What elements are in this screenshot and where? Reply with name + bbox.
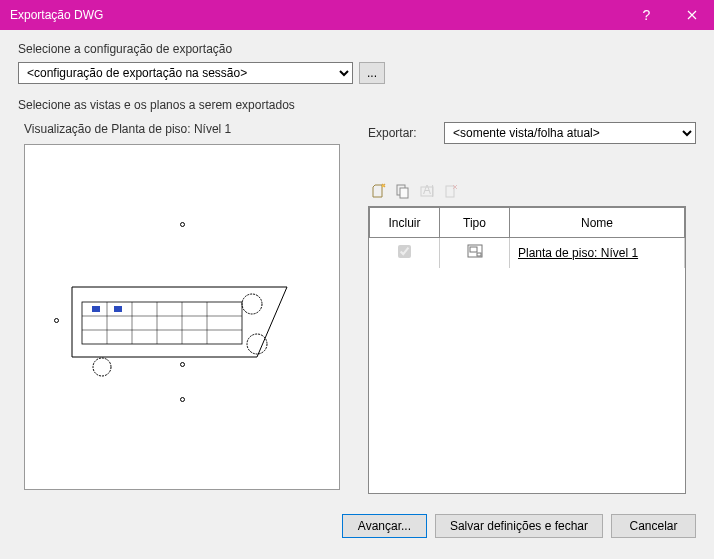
save-close-button[interactable]: Salvar definições e fechar <box>435 514 603 538</box>
include-checkbox[interactable] <box>398 245 411 258</box>
close-icon <box>687 10 697 20</box>
svg-rect-10 <box>114 306 122 312</box>
svg-rect-22 <box>477 253 481 256</box>
floor-plan-thumbnail <box>62 232 302 402</box>
rename-icon[interactable]: A| <box>418 182 436 200</box>
export-scope-select[interactable]: <somente vista/folha atual> <box>444 122 696 144</box>
footer: Avançar... Salvar definições e fechar Ca… <box>0 504 714 538</box>
row-name[interactable]: Planta de piso: Nível 1 <box>510 238 685 268</box>
preview-title: Visualização de Planta de piso: Nível 1 <box>24 122 348 136</box>
window-title: Exportação DWG <box>10 8 624 22</box>
col-name[interactable]: Nome <box>510 208 685 238</box>
next-button[interactable]: Avançar... <box>342 514 427 538</box>
export-config-select[interactable]: <configuração de exportação na sessão> <box>18 62 353 84</box>
cancel-button[interactable]: Cancelar <box>611 514 696 538</box>
svg-point-11 <box>242 294 262 314</box>
config-label: Selecione a configuração de exportação <box>18 42 696 56</box>
svg-rect-1 <box>82 302 242 344</box>
preview-pane <box>24 144 340 490</box>
svg-text:A|: A| <box>423 183 434 197</box>
svg-rect-19 <box>446 186 454 197</box>
ellipsis-icon: ... <box>367 66 377 80</box>
grid-toolbar: A| <box>368 182 696 200</box>
svg-point-12 <box>247 334 267 354</box>
views-label: Selecione as vistas e os planos a serem … <box>18 98 696 112</box>
close-button[interactable] <box>669 0 714 30</box>
delete-icon[interactable] <box>442 182 460 200</box>
export-label: Exportar: <box>368 126 428 140</box>
svg-rect-21 <box>470 247 477 252</box>
titlebar: Exportação DWG ? <box>0 0 714 30</box>
svg-point-14 <box>382 185 384 187</box>
col-include[interactable]: Incluir <box>370 208 440 238</box>
svg-rect-9 <box>92 306 100 312</box>
col-type[interactable]: Tipo <box>440 208 510 238</box>
help-button[interactable]: ? <box>624 0 669 30</box>
new-set-icon[interactable] <box>370 182 388 200</box>
svg-point-13 <box>93 358 111 376</box>
table-row[interactable]: Planta de piso: Nível 1 <box>370 238 685 268</box>
views-grid: Incluir Tipo Nome <box>368 206 686 494</box>
duplicate-icon[interactable] <box>394 182 412 200</box>
sheet-icon <box>467 244 483 258</box>
svg-rect-16 <box>400 188 408 198</box>
config-browse-button[interactable]: ... <box>359 62 385 84</box>
svg-marker-0 <box>72 287 287 357</box>
